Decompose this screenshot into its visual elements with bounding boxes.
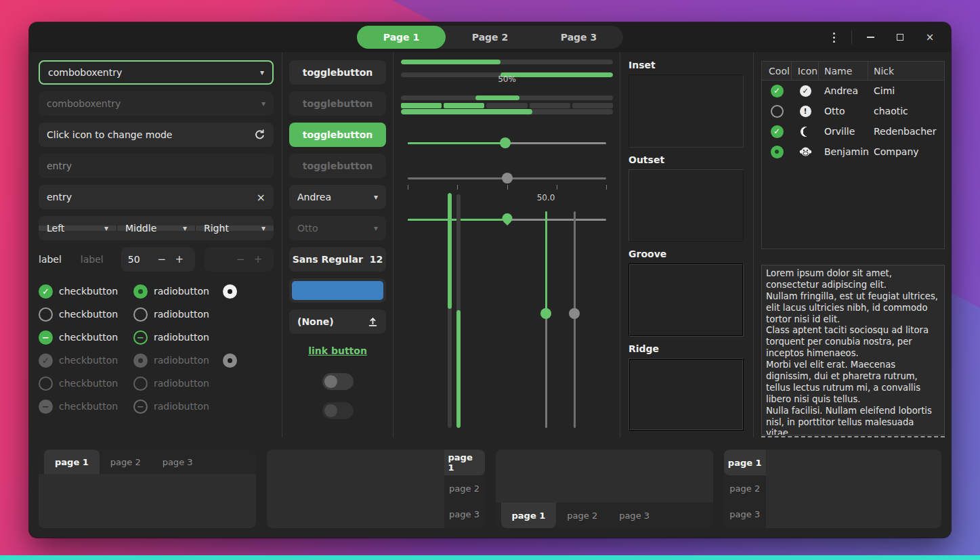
nb2-tab-page2[interactable]: page 2 <box>444 475 485 501</box>
window-controls: × <box>823 22 941 52</box>
togglebutton-normal[interactable]: togglebutton <box>289 60 386 85</box>
radiobutton-unselected[interactable]: radiobutton <box>133 307 223 322</box>
progress-percent-label: 50% <box>393 74 620 84</box>
header-nick[interactable]: Nick <box>868 62 944 80</box>
checkbox-indeterminate-icon[interactable]: − <box>39 330 53 345</box>
link-button-label: link button <box>308 345 367 356</box>
nb1-tab-page1[interactable]: page 1 <box>44 450 100 474</box>
refresh-icon[interactable] <box>254 129 265 141</box>
checkbutton-label: checkbutton <box>59 355 118 366</box>
dropdown-left-value: Left <box>47 223 104 234</box>
dropdown-middle-value: Middle <box>125 223 183 234</box>
checkbutton-checked[interactable]: ✓ checkbutton <box>39 284 133 299</box>
indicators-column: 50% <box>393 52 620 437</box>
table-row[interactable]: ✓ Orville Redenbacher <box>762 121 944 142</box>
font-button[interactable]: Sans Regular 12 <box>289 247 386 272</box>
dropdown-middle[interactable]: Middle ▾ <box>117 225 196 231</box>
textview[interactable]: Lorem ipsum dolor sit amet, consectetur … <box>761 265 945 435</box>
togglebutton-active[interactable]: togglebutton <box>289 123 386 147</box>
tab-page-2[interactable]: Page 2 <box>446 26 534 49</box>
checkbutton-indeterminate-disabled: − checkbutton <box>39 400 133 414</box>
spinbutton-value[interactable]: 50 <box>128 254 153 265</box>
cool-unchecked-icon[interactable] <box>771 105 784 118</box>
nb2-tab-page3[interactable]: page 3 <box>444 501 485 527</box>
notebook-tabs-top: page 1 page 2 page 3 <box>39 450 256 528</box>
radio-standalone-icon[interactable] <box>223 284 237 299</box>
spin-plus-button: + <box>249 253 267 265</box>
dropdown-left[interactable]: Left ▾ <box>39 225 117 231</box>
color-button[interactable] <box>289 278 386 303</box>
nb1-tab-page2[interactable]: page 2 <box>100 450 152 474</box>
tab-page-3[interactable]: Page 3 <box>534 26 623 49</box>
nb2-tab-page1[interactable]: page 1 <box>444 450 485 475</box>
checkbutton-indeterminate[interactable]: − checkbutton <box>39 330 133 345</box>
nb4-tab-page3[interactable]: page 3 <box>724 501 766 527</box>
spinbutton[interactable]: 50 − + <box>121 247 195 272</box>
radio-selected-icon[interactable] <box>133 284 148 299</box>
table-row[interactable]: ! Otto chaotic <box>762 101 944 121</box>
link-button[interactable]: link button <box>289 341 386 361</box>
clear-icon[interactable]: × <box>257 191 265 204</box>
frame-inset <box>629 74 744 148</box>
cool-checked-icon[interactable]: ✓ <box>771 125 784 138</box>
maximize-button[interactable] <box>889 26 912 49</box>
dropdown-right[interactable]: Right ▾ <box>196 225 274 231</box>
menu-kebab-icon[interactable] <box>823 26 845 48</box>
header-cool[interactable]: Cool <box>762 62 792 80</box>
treeview-table[interactable]: Cool Icon Name Nick ✓ ✓ Andrea Cimi ! <box>761 61 945 249</box>
table-header[interactable]: Cool Icon Name Nick <box>762 62 944 81</box>
close-icon: × <box>926 31 935 43</box>
nb4-tab-page1[interactable]: page 1 <box>724 450 766 475</box>
titlebar[interactable]: Page 1 Page 2 Page 3 × <box>29 22 951 52</box>
nb3-tab-page2[interactable]: page 2 <box>556 502 608 528</box>
radiobutton-selected[interactable]: radiobutton <box>133 284 223 299</box>
checkbox-checked-icon[interactable]: ✓ <box>39 284 53 299</box>
linked-dropdowns: Left ▾ Middle ▾ Right ▾ <box>39 216 274 240</box>
cell-nick: Company <box>868 146 944 157</box>
radio-indeterminate-icon[interactable]: − <box>133 330 148 345</box>
chevron-down-icon[interactable]: ▾ <box>260 68 264 77</box>
switch-off[interactable] <box>322 373 354 390</box>
label-normal: label <box>39 254 62 265</box>
nb4-tab-page2[interactable]: page 2 <box>724 475 766 501</box>
vslider[interactable] <box>540 211 551 428</box>
chevron-down-icon: ▾ <box>104 223 108 233</box>
file-chooser-button[interactable]: (None) <box>289 309 386 334</box>
name-dropdown[interactable]: Andrea ▾ <box>289 185 386 209</box>
frame-label-outset: Outset <box>629 154 744 169</box>
name-dropdown-value: Andrea <box>297 192 374 202</box>
progressbar-left-to-right <box>401 60 613 64</box>
comboboxentry-focused[interactable]: comboboxentry ▾ <box>39 60 274 85</box>
slider-marks <box>408 185 606 190</box>
radio-empty-icon[interactable] <box>133 307 148 322</box>
nb1-tab-page3[interactable]: page 3 <box>152 450 204 474</box>
vslider-knob[interactable] <box>540 308 551 319</box>
cool-radio-icon[interactable] <box>771 146 784 158</box>
hslider[interactable] <box>408 137 606 148</box>
checkbutton-unchecked[interactable]: checkbutton <box>39 307 133 322</box>
file-chooser-value: (None) <box>297 316 368 327</box>
header-icon[interactable]: Icon <box>792 62 819 80</box>
radiobutton-indeterminate[interactable]: − radiobutton <box>133 330 223 345</box>
nb3-tab-page3[interactable]: page 3 <box>608 502 660 528</box>
chevron-down-icon: ▾ <box>374 223 378 233</box>
mode-entry[interactable]: Click icon to change mode <box>39 123 274 147</box>
nb3-tab-page1[interactable]: page 1 <box>501 502 557 528</box>
cool-checked-icon[interactable]: ✓ <box>771 85 784 98</box>
hslider-marks-knob[interactable] <box>500 211 514 225</box>
checkbox-empty-icon[interactable] <box>39 307 53 322</box>
frame-groove <box>629 263 744 337</box>
table-row[interactable]: ✓ ✓ Andrea Cimi <box>762 81 944 101</box>
tab-page-1[interactable]: Page 1 <box>357 26 446 49</box>
spin-minus-button[interactable]: − <box>153 253 171 265</box>
close-button[interactable]: × <box>918 26 941 49</box>
entry-with-clear[interactable]: entry × <box>39 185 274 209</box>
hslider-knob[interactable] <box>500 137 511 148</box>
exclamation-icon: ! <box>800 106 811 117</box>
color-swatch <box>292 281 383 300</box>
spin-plus-button[interactable]: + <box>171 253 188 265</box>
table-row[interactable]: Benjamin Company <box>762 142 944 162</box>
minimize-button[interactable] <box>859 26 882 49</box>
header-name[interactable]: Name <box>819 62 868 80</box>
entry-placeholder: entry <box>47 160 265 171</box>
